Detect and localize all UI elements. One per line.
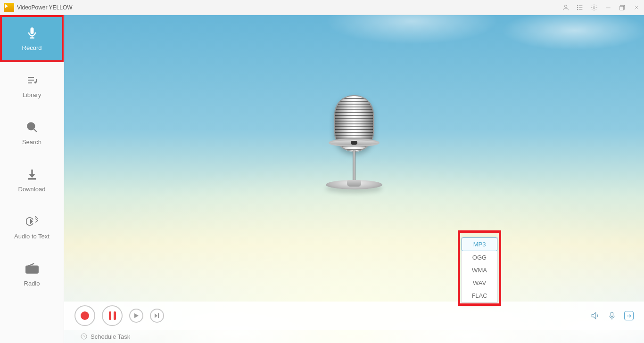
- schedule-task-link[interactable]: Schedule Task: [91, 333, 130, 340]
- sidebar-item-audio-to-text[interactable]: Audio to Text: [0, 204, 64, 251]
- mic-source-icon[interactable]: [607, 311, 617, 320]
- sidebar-item-record[interactable]: Record: [0, 15, 64, 62]
- audio-to-text-icon: [24, 215, 40, 228]
- svg-point-3: [578, 7, 578, 8]
- menu-list-icon[interactable]: [576, 4, 584, 11]
- content-area: MP3OGGWMAWAVFLAC Schedule Task: [64, 15, 644, 343]
- library-icon: [24, 74, 40, 87]
- playback-controls-bar: [64, 302, 644, 330]
- format-option-ogg[interactable]: OGG: [462, 251, 497, 264]
- microphone-icon: [24, 26, 40, 40]
- status-bar: Schedule Task: [64, 330, 644, 343]
- svg-rect-32: [611, 312, 613, 317]
- account-icon[interactable]: [562, 4, 570, 11]
- sidebar-item-library[interactable]: Library: [0, 62, 64, 109]
- radio-icon: [24, 262, 40, 275]
- svg-point-25: [33, 268, 36, 270]
- svg-rect-10: [620, 6, 624, 10]
- sidebar-item-download[interactable]: Download: [0, 156, 64, 204]
- format-menu: MP3OGGWMAWAVFLAC: [461, 237, 498, 302]
- sidebar-item-label: Audio to Text: [14, 233, 50, 240]
- app-logo-icon: [4, 3, 14, 12]
- app-title: VideoPower YELLOW: [17, 4, 73, 11]
- svg-rect-31: [158, 313, 159, 318]
- sidebar-item-label: Record: [22, 44, 42, 51]
- sidebar-item-label: Search: [22, 139, 41, 146]
- svg-rect-13: [30, 27, 33, 34]
- background-clouds-top: [64, 15, 644, 76]
- svg-line-21: [33, 129, 37, 132]
- svg-point-20: [27, 122, 34, 130]
- search-icon: [24, 121, 40, 134]
- svg-point-1: [578, 5, 578, 6]
- sidebar-item-radio[interactable]: Radio: [0, 251, 64, 298]
- next-button[interactable]: [150, 309, 164, 323]
- download-icon: [24, 168, 40, 181]
- window-minimize-button[interactable]: [604, 4, 612, 11]
- svg-marker-30: [155, 313, 157, 318]
- record-button[interactable]: [74, 305, 95, 326]
- window-close-button[interactable]: [633, 4, 640, 11]
- window-maximize-button[interactable]: [619, 4, 626, 11]
- sidebar: Record Library Search Download Audio to: [0, 15, 64, 343]
- svg-point-5: [578, 9, 578, 10]
- sidebar-item-label: Radio: [24, 280, 40, 287]
- format-option-flac[interactable]: FLAC: [462, 289, 497, 302]
- sidebar-item-search[interactable]: Search: [0, 109, 64, 156]
- clock-icon: [80, 333, 88, 340]
- sidebar-item-label: Download: [18, 186, 46, 193]
- microphone-illustration: [316, 95, 392, 218]
- output-format-button[interactable]: [624, 311, 634, 320]
- format-option-wav[interactable]: WAV: [462, 277, 497, 289]
- svg-marker-29: [134, 313, 139, 318]
- format-option-wma[interactable]: WMA: [462, 264, 497, 277]
- audio-source-icon[interactable]: [590, 311, 600, 320]
- svg-rect-22: [28, 178, 35, 179]
- titlebar: VideoPower YELLOW: [0, 0, 644, 15]
- play-button[interactable]: [129, 309, 143, 323]
- svg-point-7: [593, 7, 595, 8]
- settings-gear-icon[interactable]: [590, 4, 598, 11]
- format-option-mp3[interactable]: MP3: [462, 237, 497, 251]
- svg-point-0: [564, 5, 567, 7]
- pause-button[interactable]: [102, 305, 123, 326]
- sidebar-item-label: Library: [23, 91, 41, 98]
